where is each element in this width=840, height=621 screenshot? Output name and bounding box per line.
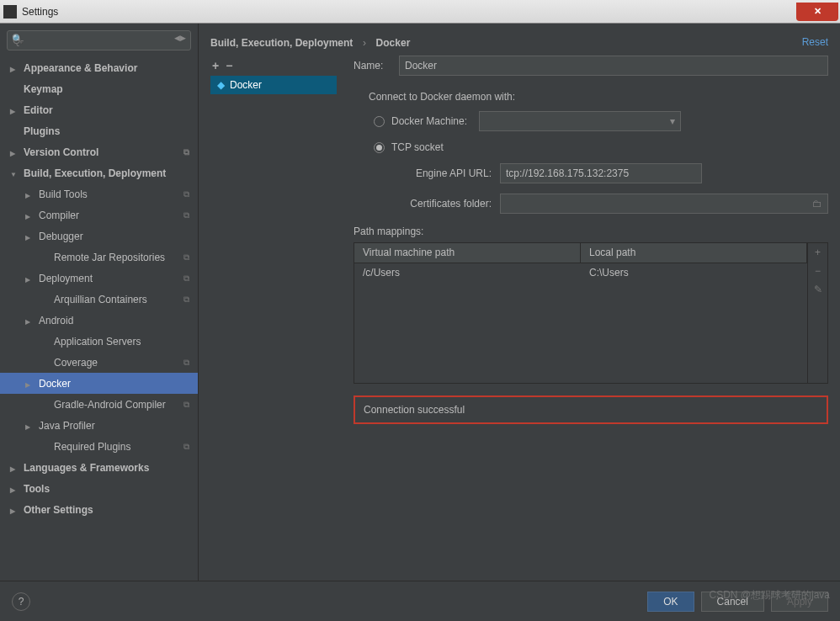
breadcrumb-row: Build, Execution, Deployment › Docker Re… — [210, 32, 828, 52]
table-side-toolbar: + − ✎ — [807, 243, 827, 383]
docker-machine-dropdown[interactable] — [479, 111, 681, 131]
tree-item-label: Coverage — [54, 357, 98, 369]
tree-item[interactable]: Java Profiler — [0, 415, 198, 436]
col-vm-path: Virtual machine path — [354, 243, 581, 263]
tree-item[interactable]: Debugger — [0, 226, 198, 247]
search-history-icon[interactable]: ◀▶ — [174, 34, 186, 42]
copy-icon[interactable]: ⧉ — [183, 273, 189, 284]
tree-item-label: Android — [39, 315, 73, 326]
chevron-right-icon[interactable] — [25, 273, 35, 284]
tree-item[interactable]: Appearance & Behavior — [0, 57, 198, 78]
apply-button[interactable]: Apply — [771, 592, 828, 612]
copy-icon[interactable]: ⧉ — [183, 147, 189, 157]
radio-tcp-socket[interactable]: TCP socket — [374, 141, 828, 153]
tree-item[interactable]: Gradle-Android Compiler⧉ — [0, 394, 198, 415]
table-body: Virtual machine path Local path /c/Users… — [354, 243, 807, 383]
tree-item[interactable]: Arquillian Containers⧉ — [0, 289, 198, 310]
chevron-right-icon[interactable] — [10, 62, 20, 74]
chevron-right-icon[interactable] — [25, 188, 35, 200]
tree-item[interactable]: Build, Execution, Deployment — [0, 162, 198, 183]
chevron-right-icon[interactable] — [25, 210, 35, 221]
radio-icon[interactable] — [374, 116, 385, 127]
cell-vm-path: /c/Users — [354, 263, 581, 284]
chevron-right-icon[interactable] — [10, 462, 20, 474]
engine-url-field[interactable] — [500, 163, 702, 183]
radio-docker-machine[interactable]: Docker Machine: — [374, 111, 828, 131]
tree-item-label: Version Control — [24, 146, 98, 158]
tree-item-label: Keymap — [24, 83, 63, 95]
table-row[interactable]: /c/Users C:\Users — [354, 263, 807, 284]
action-buttons: OK Cancel Apply — [647, 592, 828, 612]
table-spacer — [354, 284, 807, 383]
chevron-right-icon[interactable] — [25, 378, 35, 390]
chevron-right-icon[interactable] — [10, 483, 20, 495]
tree-item[interactable]: Other Settings — [0, 499, 198, 520]
tree-item[interactable]: Docker — [0, 373, 198, 394]
tree-item[interactable]: Languages & Frameworks — [0, 457, 198, 478]
copy-icon[interactable]: ⧉ — [183, 442, 189, 452]
tree-item[interactable]: Deployment⧉ — [0, 268, 198, 289]
chevron-right-icon[interactable] — [10, 104, 20, 116]
cert-folder-row: Certificates folder: 🗀 — [391, 194, 828, 214]
tree-item-label: Application Servers — [54, 336, 141, 348]
close-button[interactable] — [796, 3, 838, 21]
name-field[interactable] — [399, 56, 828, 76]
search-input[interactable] — [7, 30, 191, 50]
remove-icon[interactable]: − — [226, 59, 232, 72]
cert-folder-label: Certificates folder: — [391, 198, 492, 210]
breadcrumb: Build, Execution, Deployment › Docker — [210, 36, 410, 49]
tree-item[interactable]: Application Servers — [0, 331, 198, 352]
bottombar: ? OK Cancel Apply — [0, 581, 840, 621]
content-body: + − ◆ Docker Name: Connect to Docker dae… — [210, 56, 828, 581]
tree-item[interactable]: Build Tools⧉ — [0, 183, 198, 204]
tree-item[interactable]: Plugins — [0, 120, 198, 141]
remove-row-icon[interactable]: − — [815, 262, 821, 280]
main: 🔍 ◀▶ Appearance & BehaviorKeymapEditorPl… — [0, 24, 840, 581]
radio-icon[interactable] — [374, 142, 385, 153]
breadcrumb-sep: › — [363, 37, 366, 49]
add-row-icon[interactable]: + — [815, 243, 821, 262]
list-toolbar: + − — [210, 56, 337, 76]
tree-item[interactable]: Editor — [0, 99, 198, 120]
add-icon[interactable]: + — [212, 59, 219, 72]
docker-list-item[interactable]: ◆ Docker — [210, 76, 337, 94]
search-wrap: 🔍 ◀▶ — [0, 24, 198, 56]
chevron-right-icon[interactable] — [10, 146, 20, 158]
col-local-path: Local path — [581, 243, 807, 263]
tree-item[interactable]: Android — [0, 310, 198, 331]
reset-link[interactable]: Reset — [802, 36, 828, 48]
ok-button[interactable]: OK — [647, 592, 694, 612]
chevron-down-icon[interactable] — [10, 167, 20, 179]
edit-row-icon[interactable]: ✎ — [814, 280, 822, 299]
help-button[interactable]: ? — [12, 592, 30, 611]
form-column: Name: Connect to Docker daemon with: Doc… — [337, 56, 828, 581]
chevron-right-icon[interactable] — [25, 231, 35, 242]
tree-item[interactable]: Coverage⧉ — [0, 352, 198, 373]
chevron-right-icon[interactable] — [25, 315, 35, 326]
chevron-right-icon[interactable] — [10, 504, 20, 516]
chevron-right-icon[interactable] — [25, 420, 35, 432]
tree-item-label: Build Tools — [39, 188, 88, 200]
tree-item-label: Deployment — [39, 273, 93, 284]
tree-item[interactable]: Tools — [0, 478, 198, 499]
copy-icon[interactable]: ⧉ — [183, 358, 189, 368]
tree-item[interactable]: Required Plugins⧉ — [0, 436, 198, 457]
tree-item-label: Java Profiler — [39, 420, 95, 432]
engine-url-row: Engine API URL: — [391, 163, 828, 183]
tree-item[interactable]: Keymap — [0, 78, 198, 99]
copy-icon[interactable]: ⧉ — [183, 252, 189, 263]
copy-icon[interactable]: ⧉ — [183, 210, 189, 220]
copy-icon[interactable]: ⧉ — [183, 295, 189, 305]
tree-item[interactable]: Remote Jar Repositories⧉ — [0, 247, 198, 268]
path-mappings-table: Virtual machine path Local path /c/Users… — [354, 242, 828, 384]
connect-label: Connect to Docker daemon with: — [369, 91, 828, 103]
copy-icon[interactable]: ⧉ — [183, 400, 189, 410]
folder-icon[interactable]: 🗀 — [812, 198, 822, 210]
cancel-button[interactable]: Cancel — [701, 592, 764, 612]
radio-machine-label: Docker Machine: — [391, 115, 467, 127]
tree-item[interactable]: Version Control⧉ — [0, 141, 198, 162]
copy-icon[interactable]: ⧉ — [183, 189, 189, 199]
cert-folder-field[interactable]: 🗀 — [500, 194, 828, 214]
breadcrumb-a[interactable]: Build, Execution, Deployment — [210, 37, 353, 49]
tree-item[interactable]: Compiler⧉ — [0, 204, 198, 226]
